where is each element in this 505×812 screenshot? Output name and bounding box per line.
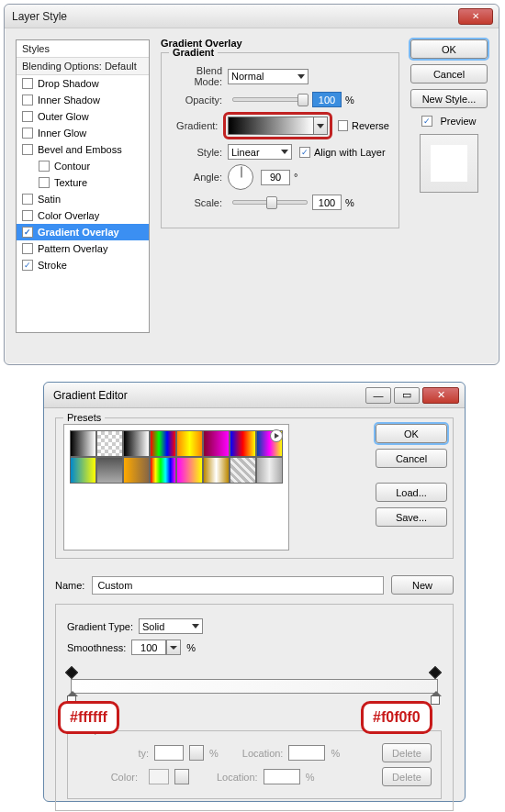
cancel-button[interactable]: Cancel bbox=[410, 64, 488, 83]
name-input[interactable]: Custom bbox=[92, 576, 384, 595]
style-item-checkbox[interactable] bbox=[22, 210, 33, 221]
style-item-gradient-overlay[interactable]: ✓Gradient Overlay bbox=[17, 224, 149, 240]
opacity-slider[interactable] bbox=[232, 97, 308, 102]
preset-swatch[interactable] bbox=[203, 430, 230, 457]
gradient-dropdown-button[interactable] bbox=[314, 117, 328, 135]
stop-color-label: Color: bbox=[77, 772, 143, 783]
gradient-bar[interactable] bbox=[71, 679, 438, 694]
style-item-label: Inner Glow bbox=[38, 128, 86, 139]
close-icon[interactable]: ✕ bbox=[458, 8, 493, 25]
chevron-down-icon bbox=[281, 150, 288, 154]
gradient-picker-highlight bbox=[223, 112, 332, 139]
color-annotation-right: #f0f0f0 bbox=[361, 701, 432, 734]
minimize-icon[interactable]: — bbox=[365, 387, 391, 404]
style-item-checkbox[interactable] bbox=[39, 177, 50, 188]
smoothness-stepper[interactable] bbox=[166, 640, 181, 655]
style-item-color-overlay[interactable]: Color Overlay bbox=[17, 207, 149, 224]
preset-swatch[interactable] bbox=[203, 457, 230, 484]
styles-header[interactable]: Styles bbox=[17, 40, 149, 58]
style-item-checkbox[interactable]: ✓ bbox=[22, 260, 33, 271]
style-item-checkbox[interactable]: ✓ bbox=[22, 227, 33, 238]
style-item-checkbox[interactable] bbox=[22, 128, 33, 139]
gradient-editor-titlebar[interactable]: Gradient Editor — ▭ ✕ bbox=[44, 383, 465, 408]
new-button[interactable]: New bbox=[391, 575, 454, 595]
style-item-label: Outer Glow bbox=[38, 111, 89, 122]
preset-swatch[interactable] bbox=[230, 457, 256, 484]
style-label: Style: bbox=[171, 147, 228, 158]
preset-swatch[interactable] bbox=[150, 457, 176, 484]
style-item-satin[interactable]: Satin bbox=[17, 191, 149, 207]
preset-menu-icon[interactable] bbox=[270, 429, 283, 442]
smoothness-label: Smoothness: bbox=[67, 642, 126, 653]
style-item-checkbox[interactable] bbox=[22, 243, 33, 254]
gradient-type-select[interactable]: Solid bbox=[139, 618, 203, 634]
layer-style-titlebar[interactable]: Layer Style ✕ bbox=[5, 5, 499, 28]
gradient-type-label: Gradient Type: bbox=[67, 621, 139, 632]
preset-swatch[interactable] bbox=[176, 457, 203, 484]
style-item-stroke[interactable]: ✓Stroke bbox=[17, 257, 149, 273]
angle-label: Angle: bbox=[171, 172, 228, 183]
scale-value[interactable]: 100 bbox=[312, 195, 342, 210]
blending-options-row[interactable]: Blending Options: Default bbox=[17, 58, 149, 75]
style-item-texture[interactable]: Texture bbox=[17, 174, 149, 191]
load-button[interactable]: Load... bbox=[376, 483, 447, 502]
style-item-checkbox[interactable] bbox=[22, 194, 33, 205]
style-select[interactable]: Linear bbox=[228, 144, 292, 160]
maximize-icon[interactable]: ▭ bbox=[394, 387, 420, 404]
style-item-label: Color Overlay bbox=[38, 210, 99, 221]
style-item-checkbox[interactable] bbox=[39, 161, 50, 172]
ok-button[interactable]: OK bbox=[376, 424, 447, 443]
opacity-label: Opacity: bbox=[171, 95, 228, 106]
preset-swatch[interactable] bbox=[70, 457, 96, 484]
style-item-bevel-and-emboss[interactable]: Bevel and Emboss bbox=[17, 141, 149, 158]
style-item-checkbox[interactable] bbox=[22, 78, 33, 89]
angle-control[interactable] bbox=[228, 164, 253, 190]
style-item-checkbox[interactable] bbox=[22, 95, 33, 106]
style-item-drop-shadow[interactable]: Drop Shadow bbox=[17, 75, 149, 92]
style-item-inner-shadow[interactable]: Inner Shadow bbox=[17, 92, 149, 108]
style-item-outer-glow[interactable]: Outer Glow bbox=[17, 108, 149, 125]
opacity-stop-left[interactable] bbox=[67, 668, 78, 679]
blend-mode-select[interactable]: Normal bbox=[228, 69, 309, 84]
preset-swatch[interactable] bbox=[230, 430, 256, 457]
preview-label: Preview bbox=[440, 116, 476, 127]
preview-checkbox[interactable]: ✓ bbox=[421, 116, 432, 127]
preset-swatch[interactable] bbox=[123, 430, 150, 457]
style-item-checkbox[interactable] bbox=[22, 111, 33, 122]
gradient-swatch[interactable] bbox=[228, 117, 314, 135]
preset-swatch[interactable] bbox=[70, 430, 96, 457]
save-button[interactable]: Save... bbox=[376, 507, 447, 527]
stop-opacity-value bbox=[154, 745, 184, 761]
scale-slider[interactable] bbox=[232, 200, 308, 205]
cancel-button[interactable]: Cancel bbox=[376, 449, 447, 468]
preset-swatch[interactable] bbox=[123, 457, 150, 484]
close-icon[interactable]: ✕ bbox=[422, 387, 459, 404]
reverse-checkbox[interactable] bbox=[338, 120, 348, 131]
smoothness-value[interactable]: 100 bbox=[131, 640, 166, 655]
layer-style-title: Layer Style bbox=[12, 10, 458, 23]
stop-color-swatch bbox=[149, 769, 169, 784]
preset-swatch[interactable] bbox=[256, 457, 283, 484]
style-item-contour[interactable]: Contour bbox=[17, 158, 149, 174]
angle-value[interactable]: 90 bbox=[261, 170, 290, 185]
style-item-pattern-overlay[interactable]: Pattern Overlay bbox=[17, 240, 149, 257]
preview-box bbox=[420, 134, 478, 193]
stop-color-delete-button: Delete bbox=[382, 767, 432, 786]
ok-button[interactable]: OK bbox=[410, 39, 488, 59]
align-label: Align with Layer bbox=[314, 147, 386, 158]
style-item-label: Satin bbox=[38, 194, 61, 205]
style-item-checkbox[interactable] bbox=[22, 144, 33, 155]
new-style-button[interactable]: New Style... bbox=[410, 89, 488, 108]
preset-swatch[interactable] bbox=[176, 430, 203, 457]
style-item-label: Drop Shadow bbox=[38, 78, 99, 89]
styles-panel: Styles Blending Options: Default Drop Sh… bbox=[16, 39, 150, 333]
preset-swatch[interactable] bbox=[96, 430, 123, 457]
preset-swatch[interactable] bbox=[96, 457, 123, 484]
style-item-inner-glow[interactable]: Inner Glow bbox=[17, 125, 149, 141]
chevron-down-icon bbox=[192, 624, 199, 628]
color-stop-right[interactable] bbox=[431, 695, 442, 708]
preset-swatch[interactable] bbox=[150, 430, 176, 457]
align-checkbox[interactable]: ✓ bbox=[299, 147, 310, 158]
opacity-stop-right[interactable] bbox=[431, 668, 442, 679]
opacity-value[interactable]: 100 bbox=[312, 92, 342, 107]
